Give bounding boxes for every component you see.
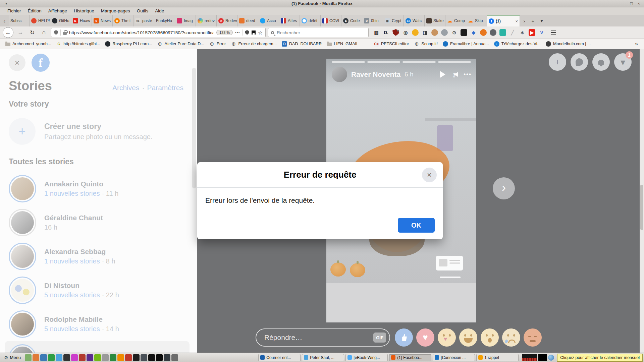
volume-icon[interactable] [454,72,460,77]
dialog-ok-button[interactable]: OK [398,218,435,233]
browser-tab[interactable]: redev [196,15,217,26]
bookmark-item[interactable]: LIEN_GMAIL [325,42,361,46]
wow-reaction[interactable] [481,328,499,347]
browser-tab[interactable]: COVI [321,15,341,26]
active-tab-facebook[interactable]: f (1) × [487,15,520,26]
browser-tab[interactable]: délèt [300,15,321,26]
browser-tab[interactable]: @ Redev [217,15,237,26]
tab-close-icon[interactable]: × [515,19,518,24]
lens-icon[interactable]: ⊙ [451,29,458,36]
close-stories-button[interactable]: × [9,54,25,71]
zoom-level-badge[interactable]: 133 % [216,30,233,35]
browser-tab[interactable]: ◈ Code [341,15,362,26]
browser-tab[interactable]: Stake [425,15,445,26]
browser-tab[interactable]: FunkyHu [154,15,175,26]
monkey-icon[interactable] [431,29,438,36]
browser-tab[interactable]: Subsc [9,15,30,26]
close-button[interactable]: × [637,1,640,6]
system-monitor-icon[interactable] [522,354,537,361]
browser-tab[interactable]: Imag [175,15,196,26]
taskbar-window-button[interactable]: Peter Saul, ... [302,354,344,361]
browser-tab[interactable]: 01 paste [133,15,154,26]
tray-blue-icon[interactable] [548,355,554,361]
red-shield-icon[interactable]: 4 [392,29,399,36]
search-bar[interactable] [268,28,369,37]
teal-floppy-icon[interactable] [499,29,506,36]
crosshair-icon[interactable]: ◎ [402,29,409,36]
tray-black-widget[interactable] [538,354,547,361]
page-scrollbar[interactable] [640,49,644,353]
home-button[interactable]: ⌂ [39,28,49,37]
new-tab-button[interactable]: + [529,15,537,26]
facebook-logo[interactable]: f [32,54,50,72]
hamburger-menu-icon[interactable] [551,31,556,35]
forward-button[interactable]: → [16,28,25,37]
like-reaction[interactable] [395,328,413,347]
notifications-button[interactable] [592,53,610,71]
messenger-button[interactable] [571,53,588,71]
menu-item[interactable]: Fichier [4,7,24,15]
story-author-name[interactable]: Raver Noventa [351,70,400,78]
story-list-item[interactable]: Géraldine Chanut 16 h [5,205,190,239]
bookmark-item[interactable]: D DAD_DOLIBARR [280,41,324,47]
sidebar-scrollbar[interactable] [192,68,196,188]
browser-tab[interactable]: ☁ Comp [445,15,466,26]
story-list-item[interactable]: Alexandra Sebbag 1 nouvelles stories · 8… [5,239,190,273]
bookmark-item[interactable] [362,41,371,47]
launcher-icon[interactable] [141,354,147,361]
launcher-icon[interactable] [117,354,124,361]
blue-diamond-icon[interactable]: ◆ [470,29,477,36]
browser-tab[interactable]: HELP! [30,15,50,26]
bookmark-item[interactable]: ⊕ Erreur de chargem... [229,41,279,47]
launcher-icon[interactable] [25,354,32,361]
browser-tab[interactable]: Ø 0bin [362,15,383,26]
launcher-icon[interactable] [40,354,47,361]
reel-icon[interactable]: ∗ [519,29,526,36]
menu-item[interactable]: Édition [24,7,45,15]
bookmark-item[interactable]: ↓ Téléchargez des Vi... [492,41,543,47]
story-author-avatar[interactable] [332,67,347,82]
taskbar-window-button[interactable]: [Connexion ... [433,354,475,361]
tracking-protection-icon[interactable] [54,30,58,35]
haha-reaction[interactable] [459,328,477,347]
launcher-icon[interactable] [125,354,132,361]
launcher-icon[interactable] [148,354,155,361]
list-tabs-button[interactable]: ▾ [537,15,546,26]
angry-reaction[interactable] [524,328,542,347]
launcher-icon[interactable] [156,354,163,361]
scroll-tabs-left-button[interactable]: ‹ [0,15,9,26]
d-icon[interactable]: D. [383,29,389,36]
search-input[interactable] [276,30,366,36]
browser-tab[interactable]: deed [237,15,258,26]
launcher-icon[interactable] [79,354,86,361]
taskbar-window-button[interactable]: [eBook-Wing... [345,354,388,361]
bookmark-item[interactable]: ⊕ Atelier Pure Data D... [155,41,206,47]
archives-link[interactable]: Archives [112,84,140,92]
pencil-icon[interactable]: ╱ [509,29,516,36]
next-story-button[interactable]: › [493,177,515,199]
bookmarks-overflow-button[interactable]: » [632,41,641,47]
story-options-icon[interactable]: ••• [464,71,472,78]
bookmark-item[interactable]: ⊕ Error [207,41,228,47]
taskbar-menu-button[interactable]: ⚙ Menu [1,354,23,362]
launcher-icon[interactable] [87,354,93,361]
bookmark-item[interactable]: Archeomed_yunoh... [3,42,53,46]
maximize-button[interactable]: □ [630,1,633,6]
yellow-animal-icon[interactable] [412,29,419,36]
youtube-icon[interactable]: ▶ [529,29,535,36]
reply-input[interactable]: Répondre… GIF [256,328,390,347]
launcher-icon[interactable] [94,354,101,361]
launcher-icon[interactable] [171,354,178,361]
browser-tab[interactable]: Accu [258,15,279,26]
browser-tab[interactable]: ☁ Skip- [466,15,487,26]
camera-icon[interactable] [490,29,496,36]
story-list-item[interactable]: Raver Noventa [5,341,190,353]
story-list-item[interactable]: Rodolphe Mabille 5 nouvelles stories · 1… [5,307,190,341]
lock-icon[interactable] [63,32,67,35]
sad-reaction[interactable] [502,328,520,347]
launcher-icon[interactable] [63,354,70,361]
browser-tab[interactable]: oc Watc [404,15,425,26]
bookmark-star-icon[interactable]: ☆ [258,29,263,36]
launcher-icon[interactable] [133,354,140,361]
menu-item[interactable]: Historique [70,7,98,15]
